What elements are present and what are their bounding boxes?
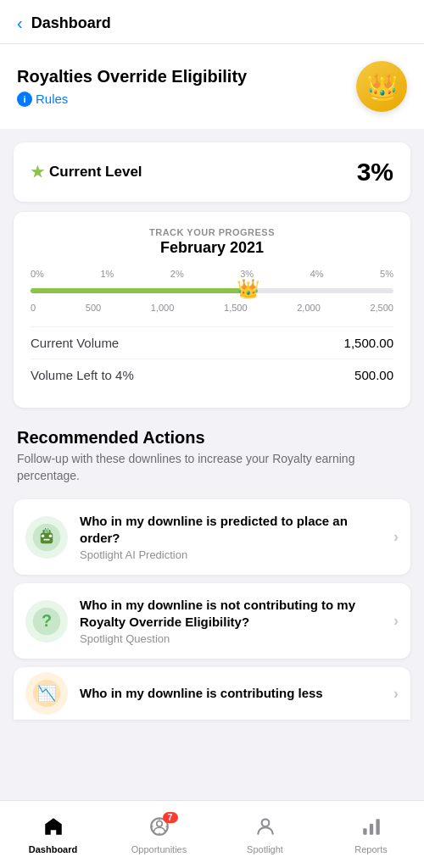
action-sub-ai: Spotlight AI Prediction — [80, 548, 382, 561]
action-title-question: Who in my downline is not contributing t… — [80, 597, 382, 630]
vol-500: 500 — [86, 303, 101, 313]
volume-left-label: Volume Left to 4% — [31, 368, 134, 382]
vol-axis: 0 500 1,000 1,500 2,000 2,500 — [31, 303, 393, 313]
vol-1500: 1,500 — [224, 303, 248, 313]
nav-dashboard-label: Dashboard — [29, 844, 77, 854]
recommended-subtitle: Follow-up with these downlines to increa… — [17, 451, 407, 484]
pct-1: 1% — [100, 269, 114, 279]
home-icon — [42, 815, 64, 843]
nav-opportunities-label: Opportunities — [131, 844, 187, 854]
action-title-ai: Who in my downline is predicted to place… — [80, 513, 382, 546]
vol-1000: 1,000 — [151, 303, 175, 313]
progress-bar-fill — [31, 288, 248, 293]
nav-spotlight[interactable]: Spotlight — [212, 809, 318, 861]
level-percentage: 3% — [357, 158, 393, 186]
svg-rect-17 — [376, 819, 379, 834]
track-label: TRACK YOUR PROGRESS — [31, 227, 393, 237]
contribute-icon: 📉 — [25, 672, 68, 715]
svg-rect-15 — [363, 828, 366, 835]
current-volume-row: Current Volume 1,500.00 — [31, 326, 393, 359]
svg-rect-6 — [49, 530, 51, 534]
current-volume-value: 1,500.00 — [344, 336, 393, 350]
hero-title: Royalties Override Eligibility — [17, 67, 247, 86]
action-title-contribute: Who in my downline is contributing less — [80, 685, 382, 702]
pct-2: 2% — [170, 269, 184, 279]
volume-left-row: Volume Left to 4% 500.00 — [31, 359, 393, 391]
ai-icon: AI — [25, 516, 68, 559]
crown-icon: 👑 — [366, 72, 398, 102]
vol-2500: 2,500 — [370, 303, 393, 313]
volume-left-value: 500.00 — [354, 368, 393, 382]
action-card-contribute[interactable]: 📉 Who in my downline is contributing les… — [14, 667, 410, 720]
spotlight-icon — [254, 815, 276, 843]
nav-spotlight-label: Spotlight — [247, 844, 283, 854]
chevron-right-icon-3: › — [393, 685, 399, 703]
nav-dashboard[interactable]: Dashboard — [0, 809, 106, 861]
month-label: February 2021 — [31, 239, 393, 257]
svg-text:📉: 📉 — [37, 684, 57, 703]
level-text: Current Level — [49, 164, 142, 181]
hero-section: Royalties Override Eligibility i Rules 👑 — [0, 44, 424, 129]
pct-axis: 0% 1% 2% 3% 4% 5% — [31, 269, 393, 279]
vol-2000: 2,000 — [297, 303, 321, 313]
pct-4: 4% — [310, 269, 324, 279]
question-icon: ? — [25, 600, 68, 643]
svg-point-13 — [156, 821, 162, 826]
rules-link[interactable]: i Rules — [17, 92, 247, 107]
chevron-right-icon-2: › — [393, 612, 399, 630]
progress-header: TRACK YOUR PROGRESS February 2021 — [31, 227, 393, 257]
reports-icon — [360, 815, 382, 843]
action-content-contribute: Who in my downline is contributing less — [80, 685, 382, 702]
svg-text:AI: AI — [43, 526, 48, 532]
svg-point-3 — [49, 534, 53, 537]
rules-label: Rules — [36, 92, 68, 106]
nav-opportunities[interactable]: 7 Opportunities — [106, 809, 212, 861]
current-level-card: ★ Current Level 3% — [14, 142, 410, 202]
chevron-right-icon: › — [393, 528, 399, 546]
recommended-section: Recommended Actions Follow-up with these… — [0, 408, 424, 491]
nav-reports-label: Reports — [354, 844, 388, 854]
back-button[interactable]: ‹ — [17, 14, 23, 33]
recommended-title: Recommended Actions — [17, 428, 407, 448]
action-card-ai-prediction[interactable]: AI Who in my downline is predicted to pl… — [14, 499, 410, 575]
svg-point-14 — [261, 819, 269, 826]
star-icon: ★ — [31, 163, 44, 181]
bottom-nav: Dashboard 7 Opportunities Spotlight — [0, 800, 424, 868]
crown-badge: 👑 — [356, 61, 407, 112]
info-icon: i — [17, 92, 32, 107]
pct-5: 5% — [380, 269, 393, 279]
progress-card: TRACK YOUR PROGRESS February 2021 0% 1% … — [14, 212, 410, 408]
crown-marker: 👑 — [237, 280, 259, 298]
svg-point-2 — [42, 534, 45, 537]
svg-rect-4 — [43, 538, 49, 540]
svg-text:?: ? — [42, 611, 52, 630]
hero-text: Royalties Override Eligibility i Rules — [17, 67, 247, 107]
vol-0: 0 — [31, 303, 36, 313]
progress-bar: 👑 — [31, 282, 393, 299]
pct-0: 0% — [31, 269, 44, 279]
nav-reports[interactable]: Reports — [318, 809, 424, 861]
action-content-ai: Who in my downline is predicted to place… — [80, 513, 382, 561]
header: ‹ Dashboard — [0, 0, 424, 44]
header-title: Dashboard — [31, 14, 111, 32]
action-card-question[interactable]: ? Who in my downline is not contributing… — [14, 583, 410, 659]
action-content-question: Who in my downline is not contributing t… — [80, 597, 382, 645]
action-sub-question: Spotlight Question — [80, 632, 382, 645]
level-label: ★ Current Level — [31, 163, 142, 181]
svg-rect-16 — [369, 823, 372, 834]
opportunities-badge: 7 — [163, 812, 178, 823]
current-volume-label: Current Volume — [31, 336, 119, 350]
